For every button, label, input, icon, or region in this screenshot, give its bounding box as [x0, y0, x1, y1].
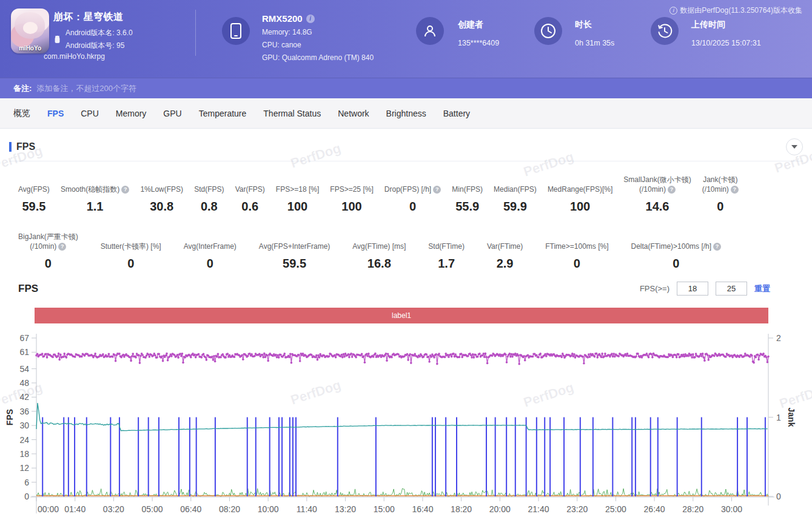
metric-item: Min(FPS)55.9 [452, 172, 483, 214]
fps-filter-label: FPS(>=) [640, 284, 669, 293]
help-icon[interactable]: ? [713, 243, 721, 251]
help-icon[interactable]: ? [121, 186, 129, 194]
metric-value: 0 [409, 200, 416, 214]
metric-label: Avg(FPS) [18, 184, 50, 194]
metric-label: Drop(FPS) [/h] [384, 184, 431, 194]
metric-item: Var(FPS)0.6 [235, 172, 265, 214]
metric-item: MedRange(FPS)[%]100 [548, 172, 612, 214]
svg-text:28:20: 28:20 [682, 504, 703, 514]
svg-text:08:20: 08:20 [219, 504, 240, 514]
fps-threshold-filter: FPS(>=) 重置 [640, 282, 770, 296]
metric-item: 1%Low(FPS)30.8 [140, 172, 183, 214]
svg-text:36: 36 [19, 407, 29, 416]
tab-thermal-status[interactable]: Thermal Status [255, 109, 329, 118]
metric-label: MedRange(FPS)[%] [548, 184, 612, 194]
help-icon[interactable]: ? [668, 186, 676, 194]
metric-item: FPS>=25 [%]100 [330, 172, 373, 214]
tab-cpu[interactable]: CPU [72, 109, 107, 118]
metric-label: (/10min) [30, 242, 56, 251]
reset-button[interactable]: 重置 [754, 283, 770, 294]
fps-threshold-input-1[interactable] [677, 282, 708, 296]
fps-threshold-input-2[interactable] [716, 282, 747, 296]
help-icon[interactable]: ? [433, 186, 441, 194]
fps-jank-chart[interactable]: 061218243036424854616701200:0001:4003:20… [0, 328, 812, 514]
device-info-icon[interactable]: i [306, 15, 315, 23]
svg-text:FPS: FPS [5, 409, 15, 425]
metric-item: Avg(FPS+InterFrame)59.5 [259, 229, 330, 271]
game-title: 崩坏：星穹铁道 [53, 11, 124, 24]
metric-label: Var(FPS) [235, 184, 265, 194]
tab-memory[interactable]: Memory [107, 109, 155, 118]
metric-item: Var(FTime)2.9 [487, 229, 523, 271]
metric-value: 100 [570, 200, 590, 214]
svg-text:24: 24 [19, 435, 29, 445]
help-icon[interactable]: ? [58, 243, 66, 251]
game-icon-art-face [23, 22, 38, 34]
tab-fps[interactable]: FPS [39, 109, 72, 118]
metric-item: Jank(卡顿)(/10min)?0 [702, 172, 739, 214]
person-icon [423, 24, 437, 38]
metric-value: 59.5 [22, 200, 45, 214]
svg-text:Jank: Jank [787, 408, 796, 427]
upload-label: 上传时间 [691, 19, 725, 30]
help-icon[interactable]: ? [731, 186, 739, 194]
metric-item: Smooth(稳帧指数)?1.1 [61, 172, 129, 214]
device-cpu: CPU: canoe [262, 41, 301, 49]
section-accent-bar [9, 142, 12, 152]
metric-value: 59.9 [503, 200, 527, 214]
tab-概览[interactable]: 概览 [5, 108, 39, 119]
metric-item: Avg(FPS)59.5 [18, 172, 50, 214]
history-clock-icon [657, 23, 673, 39]
duration-label: 时长 [575, 19, 592, 30]
metric-value: 55.9 [455, 200, 479, 214]
note-label: 备注: [13, 83, 32, 94]
tab-battery[interactable]: Battery [435, 109, 478, 118]
metric-label: Avg(FPS+InterFrame) [259, 242, 330, 251]
metric-value: 0 [45, 257, 52, 271]
metric-label: Stutter(卡顿率) [%] [101, 242, 161, 251]
collapse-section-button[interactable] [786, 138, 803, 155]
upload-icon-circle [651, 17, 679, 45]
svg-text:67: 67 [19, 333, 29, 343]
creator-icon-circle [416, 17, 444, 45]
svg-text:26:40: 26:40 [644, 504, 665, 514]
metric-value: 0 [673, 257, 679, 271]
metric-value: 14.6 [646, 200, 669, 214]
duration-value: 0h 31m 35s [575, 39, 614, 47]
note-bar[interactable]: 备注: 添加备注，不超过200个字符 [0, 78, 812, 98]
metric-label: Smooth(稳帧指数) [61, 184, 119, 194]
tab-bar: 概览FPSCPUMemoryGPUTemperatureThermal Stat… [0, 98, 812, 129]
svg-text:13:20: 13:20 [335, 504, 356, 514]
chart-title: FPS [18, 283, 38, 295]
phone-icon [230, 23, 242, 39]
metric-item: BigJank(严重卡顿)(/10min)?0 [18, 229, 78, 271]
svg-text:23:20: 23:20 [566, 504, 588, 514]
duration-icon-circle [534, 17, 562, 45]
android-version-code: Android版本号: 95 [65, 39, 133, 52]
metric-item: Std(FPS)0.8 [194, 172, 224, 214]
svg-text:0: 0 [776, 492, 781, 501]
creator-value: 135****6409 [458, 39, 499, 47]
tab-network[interactable]: Network [329, 109, 377, 118]
header-divider [195, 10, 196, 56]
tab-gpu[interactable]: GPU [155, 109, 190, 118]
metric-label: Jank(卡顿) [703, 175, 737, 184]
tab-brightness[interactable]: Brightness [378, 109, 435, 118]
android-version-block: Android版本名: 3.6.0 Android版本号: 95 [53, 27, 133, 52]
metric-value: 100 [341, 200, 361, 214]
android-icon [53, 35, 61, 52]
metric-label: 1%Low(FPS) [140, 184, 183, 194]
game-app-icon: miHoYo [11, 8, 49, 53]
metric-item: Avg(FTime) [ms]16.8 [352, 229, 406, 271]
upload-value: 13/10/2025 15:07:31 [691, 39, 761, 47]
metric-item: FTime>=100ms [%]0 [545, 229, 608, 271]
metric-label: SmallJank(微小卡顿) [623, 175, 691, 184]
tab-temperature[interactable]: Temperature [190, 109, 255, 118]
svg-text:06:40: 06:40 [180, 504, 201, 514]
watermark: PerfDog [289, 140, 343, 171]
metric-value: 16.8 [367, 257, 391, 271]
svg-text:03:20: 03:20 [103, 504, 124, 514]
svg-text:05:00: 05:00 [142, 504, 163, 514]
metric-label: FPS>=18 [%] [276, 184, 319, 194]
metrics-row-2: BigJank(严重卡顿)(/10min)?0Stutter(卡顿率) [%]0… [18, 229, 721, 271]
